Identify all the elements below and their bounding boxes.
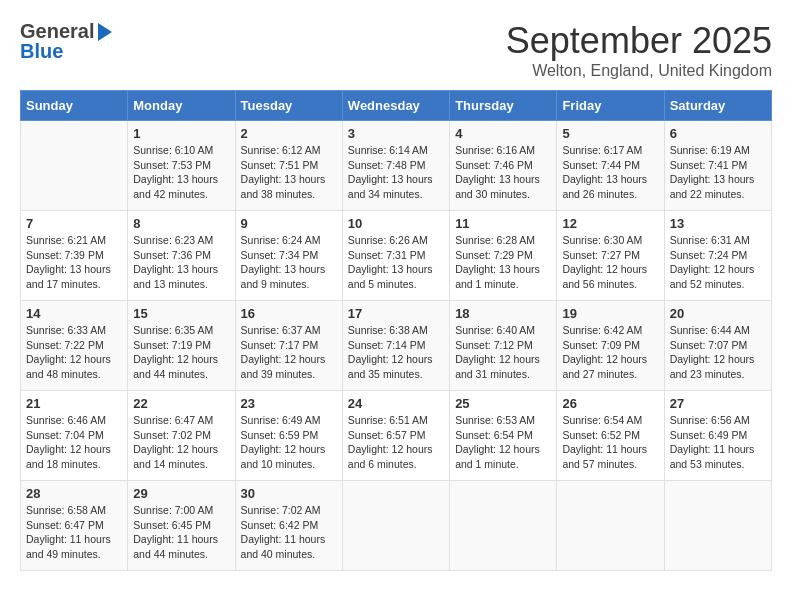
day-header-thursday: Thursday (450, 91, 557, 121)
sunrise-text: Sunrise: 6:53 AM (455, 414, 535, 426)
calendar-cell (450, 481, 557, 571)
calendar-cell: 29Sunrise: 7:00 AMSunset: 6:45 PMDayligh… (128, 481, 235, 571)
sunrise-text: Sunrise: 6:21 AM (26, 234, 106, 246)
daylight-text: Daylight: 13 hours and 38 minutes. (241, 173, 326, 200)
calendar-cell: 3Sunrise: 6:14 AMSunset: 7:48 PMDaylight… (342, 121, 449, 211)
day-number: 7 (26, 216, 122, 231)
sunrise-text: Sunrise: 6:16 AM (455, 144, 535, 156)
sunset-text: Sunset: 7:07 PM (670, 339, 748, 351)
sunrise-text: Sunrise: 6:47 AM (133, 414, 213, 426)
sunrise-text: Sunrise: 6:46 AM (26, 414, 106, 426)
sunrise-text: Sunrise: 7:02 AM (241, 504, 321, 516)
day-number: 2 (241, 126, 337, 141)
sunset-text: Sunset: 6:42 PM (241, 519, 319, 531)
calendar-cell: 18Sunrise: 6:40 AMSunset: 7:12 PMDayligh… (450, 301, 557, 391)
sunset-text: Sunset: 6:59 PM (241, 429, 319, 441)
day-header-friday: Friday (557, 91, 664, 121)
calendar-cell: 25Sunrise: 6:53 AMSunset: 6:54 PMDayligh… (450, 391, 557, 481)
sunrise-text: Sunrise: 6:10 AM (133, 144, 213, 156)
sunset-text: Sunset: 7:41 PM (670, 159, 748, 171)
daylight-text: Daylight: 12 hours and 23 minutes. (670, 353, 755, 380)
daylight-text: Daylight: 12 hours and 18 minutes. (26, 443, 111, 470)
daylight-text: Daylight: 12 hours and 52 minutes. (670, 263, 755, 290)
calendar-cell: 19Sunrise: 6:42 AMSunset: 7:09 PMDayligh… (557, 301, 664, 391)
sunset-text: Sunset: 7:22 PM (26, 339, 104, 351)
calendar-cell: 17Sunrise: 6:38 AMSunset: 7:14 PMDayligh… (342, 301, 449, 391)
day-number: 14 (26, 306, 122, 321)
day-number: 6 (670, 126, 766, 141)
daylight-text: Daylight: 12 hours and 31 minutes. (455, 353, 540, 380)
sunrise-text: Sunrise: 6:54 AM (562, 414, 642, 426)
calendar-cell: 30Sunrise: 7:02 AMSunset: 6:42 PMDayligh… (235, 481, 342, 571)
day-number: 5 (562, 126, 658, 141)
sunset-text: Sunset: 6:49 PM (670, 429, 748, 441)
sunset-text: Sunset: 7:36 PM (133, 249, 211, 261)
sunrise-text: Sunrise: 6:38 AM (348, 324, 428, 336)
day-number: 24 (348, 396, 444, 411)
day-number: 21 (26, 396, 122, 411)
day-number: 13 (670, 216, 766, 231)
sunset-text: Sunset: 7:12 PM (455, 339, 533, 351)
calendar-cell (342, 481, 449, 571)
calendar-cell: 13Sunrise: 6:31 AMSunset: 7:24 PMDayligh… (664, 211, 771, 301)
calendar-cell: 16Sunrise: 6:37 AMSunset: 7:17 PMDayligh… (235, 301, 342, 391)
calendar-cell: 24Sunrise: 6:51 AMSunset: 6:57 PMDayligh… (342, 391, 449, 481)
daylight-text: Daylight: 13 hours and 26 minutes. (562, 173, 647, 200)
calendar-cell: 9Sunrise: 6:24 AMSunset: 7:34 PMDaylight… (235, 211, 342, 301)
sunset-text: Sunset: 7:27 PM (562, 249, 640, 261)
sunrise-text: Sunrise: 6:24 AM (241, 234, 321, 246)
sunrise-text: Sunrise: 6:14 AM (348, 144, 428, 156)
page-header: General Blue September 2025 Welton, Engl… (20, 20, 772, 80)
calendar-table: SundayMondayTuesdayWednesdayThursdayFrid… (20, 90, 772, 571)
daylight-text: Daylight: 13 hours and 34 minutes. (348, 173, 433, 200)
sunset-text: Sunset: 7:46 PM (455, 159, 533, 171)
week-row-3: 14Sunrise: 6:33 AMSunset: 7:22 PMDayligh… (21, 301, 772, 391)
sunset-text: Sunset: 7:44 PM (562, 159, 640, 171)
sunset-text: Sunset: 6:54 PM (455, 429, 533, 441)
daylight-text: Daylight: 13 hours and 1 minute. (455, 263, 540, 290)
day-header-saturday: Saturday (664, 91, 771, 121)
daylight-text: Daylight: 11 hours and 57 minutes. (562, 443, 647, 470)
calendar-cell: 7Sunrise: 6:21 AMSunset: 7:39 PMDaylight… (21, 211, 128, 301)
calendar-cell: 26Sunrise: 6:54 AMSunset: 6:52 PMDayligh… (557, 391, 664, 481)
sunrise-text: Sunrise: 6:40 AM (455, 324, 535, 336)
daylight-text: Daylight: 11 hours and 44 minutes. (133, 533, 218, 560)
sunrise-text: Sunrise: 6:17 AM (562, 144, 642, 156)
day-number: 16 (241, 306, 337, 321)
day-number: 11 (455, 216, 551, 231)
day-number: 29 (133, 486, 229, 501)
sunset-text: Sunset: 7:02 PM (133, 429, 211, 441)
title-block: September 2025 Welton, England, United K… (506, 20, 772, 80)
daylight-text: Daylight: 12 hours and 56 minutes. (562, 263, 647, 290)
sunrise-text: Sunrise: 6:26 AM (348, 234, 428, 246)
daylight-text: Daylight: 12 hours and 14 minutes. (133, 443, 218, 470)
calendar-cell: 28Sunrise: 6:58 AMSunset: 6:47 PMDayligh… (21, 481, 128, 571)
sunset-text: Sunset: 7:51 PM (241, 159, 319, 171)
day-number: 20 (670, 306, 766, 321)
day-number: 28 (26, 486, 122, 501)
day-number: 10 (348, 216, 444, 231)
day-number: 15 (133, 306, 229, 321)
sunset-text: Sunset: 7:09 PM (562, 339, 640, 351)
calendar-cell: 5Sunrise: 6:17 AMSunset: 7:44 PMDaylight… (557, 121, 664, 211)
daylight-text: Daylight: 12 hours and 35 minutes. (348, 353, 433, 380)
daylight-text: Daylight: 12 hours and 48 minutes. (26, 353, 111, 380)
sunset-text: Sunset: 7:48 PM (348, 159, 426, 171)
day-number: 18 (455, 306, 551, 321)
sunset-text: Sunset: 7:34 PM (241, 249, 319, 261)
day-header-sunday: Sunday (21, 91, 128, 121)
daylight-text: Daylight: 13 hours and 17 minutes. (26, 263, 111, 290)
day-number: 30 (241, 486, 337, 501)
daylight-text: Daylight: 13 hours and 30 minutes. (455, 173, 540, 200)
calendar-cell: 8Sunrise: 6:23 AMSunset: 7:36 PMDaylight… (128, 211, 235, 301)
daylight-text: Daylight: 13 hours and 13 minutes. (133, 263, 218, 290)
sunrise-text: Sunrise: 6:42 AM (562, 324, 642, 336)
day-number: 1 (133, 126, 229, 141)
day-number: 12 (562, 216, 658, 231)
calendar-cell: 2Sunrise: 6:12 AMSunset: 7:51 PMDaylight… (235, 121, 342, 211)
sunset-text: Sunset: 7:31 PM (348, 249, 426, 261)
sunrise-text: Sunrise: 6:51 AM (348, 414, 428, 426)
day-number: 17 (348, 306, 444, 321)
sunrise-text: Sunrise: 6:49 AM (241, 414, 321, 426)
day-header-wednesday: Wednesday (342, 91, 449, 121)
